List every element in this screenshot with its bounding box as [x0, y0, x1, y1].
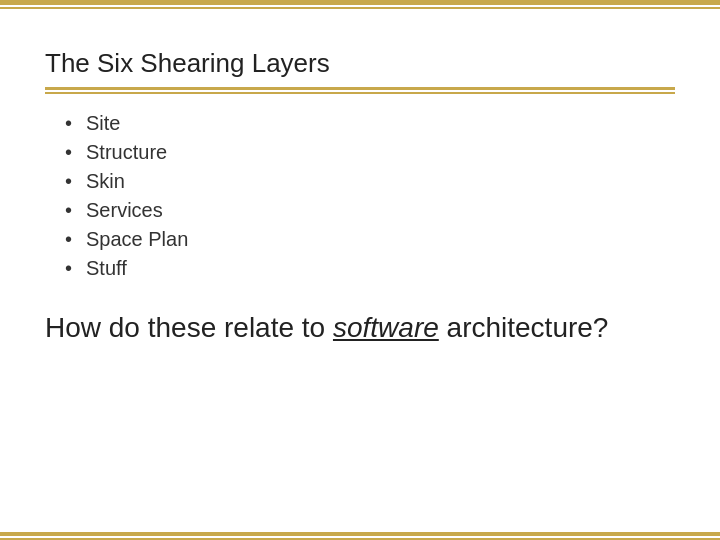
list-item: Structure: [65, 141, 675, 164]
top-border-thick: [0, 0, 720, 5]
page-title: The Six Shearing Layers: [45, 48, 675, 87]
bottom-border: [0, 528, 720, 540]
list-item: Site: [65, 112, 675, 135]
software-word: software: [333, 312, 439, 343]
divider-thin: [45, 92, 675, 94]
list-item: Services: [65, 199, 675, 222]
bottom-question: How do these relate to software architec…: [45, 310, 675, 346]
top-border-thin: [0, 7, 720, 9]
bottom-border-thick: [0, 532, 720, 536]
list-item: Space Plan: [65, 228, 675, 251]
bullet-list: Site Structure Skin Services Space Plan …: [65, 112, 675, 280]
top-border: [0, 0, 720, 9]
list-item: Stuff: [65, 257, 675, 280]
divider-thick: [45, 87, 675, 90]
slide-container: The Six Shearing Layers Site Structure S…: [0, 0, 720, 540]
title-divider: [45, 87, 675, 94]
list-item: Skin: [65, 170, 675, 193]
